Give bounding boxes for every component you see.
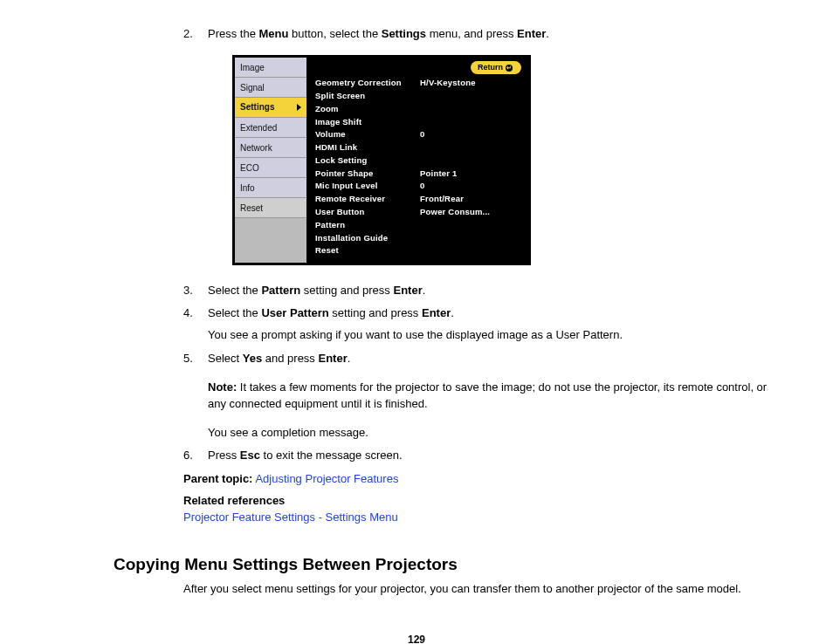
step-sub: You see a completion message.	[208, 425, 781, 442]
step-num: 4.	[183, 305, 193, 322]
doc-body: 2. Press the Menu button, select the Set…	[183, 26, 781, 526]
osd-return-badge: Return↵	[471, 61, 521, 74]
section-heading: Copying Menu Settings Between Projectors	[114, 552, 798, 577]
osd-row: Split Screen	[315, 90, 521, 103]
step-sub: You see a prompt asking if you want to u…	[208, 327, 781, 344]
step-6: 6. Press Esc to exit the message screen.	[183, 448, 781, 464]
osd-row: Pointer ShapePointer 1	[315, 167, 521, 180]
step-num: 6.	[183, 448, 193, 464]
note-block: Note: It takes a few moments for the pro…	[208, 380, 781, 413]
return-icon: ↵	[506, 65, 513, 72]
step-text: Press Esc to exit the message screen.	[208, 449, 403, 462]
osd-row: Mic Input Level0	[315, 180, 521, 193]
osd-tab-settings: Settings	[235, 98, 306, 118]
step-text: Select Yes and press Enter.	[208, 352, 350, 365]
related-refs-link[interactable]: Projector Feature Settings - Settings Me…	[183, 510, 398, 524]
parent-topic-label: Parent topic:	[183, 472, 252, 485]
osd-tab-image: Image	[235, 58, 306, 78]
step-num: 2.	[183, 26, 193, 43]
osd-tab-signal: Signal	[235, 78, 306, 98]
osd-row: Zoom	[315, 102, 521, 115]
step-num: 5.	[183, 351, 193, 367]
osd-tab-info: Info	[235, 178, 306, 198]
step-num: 3.	[183, 283, 193, 299]
step-text: Select the Pattern setting and press Ent…	[208, 284, 425, 297]
osd-row: Pattern	[315, 218, 521, 231]
osd-tab-network: Network	[235, 138, 306, 158]
note-text: It takes a few moments for the projector…	[208, 380, 767, 410]
parent-topic-link[interactable]: Adjusting Projector Features	[255, 472, 398, 485]
step-4: 4. Select the User Pattern setting and p…	[183, 305, 781, 344]
page-number: 129	[35, 633, 798, 644]
note-label: Note:	[208, 380, 237, 394]
osd-tab-extended: Extended	[235, 118, 306, 138]
step-list: 2. Press the Menu button, select the Set…	[183, 26, 781, 464]
osd-row: Volume0	[315, 128, 521, 141]
osd-row: Lock Setting	[315, 154, 521, 167]
step-5: 5. Select Yes and press Enter. Note: It …	[183, 351, 781, 441]
section-body: After you select menu settings for your …	[183, 581, 781, 598]
osd-tab-eco: ECO	[235, 158, 306, 178]
osd-row: Image Shift	[315, 115, 521, 128]
related-refs: Projector Feature Settings - Settings Me…	[183, 510, 781, 526]
step-3: 3. Select the Pattern setting and press …	[183, 283, 781, 299]
osd-row: Reset	[315, 244, 521, 257]
step-text: Press the Menu button, select the Settin…	[208, 27, 549, 40]
osd-container: Image Signal Settings Extended Network E…	[232, 55, 531, 265]
step-2: 2. Press the Menu button, select the Set…	[183, 26, 781, 265]
osd-row: Geometry CorrectionH/V-Keystone	[315, 77, 521, 90]
osd-screenshot: Image Signal Settings Extended Network E…	[232, 55, 781, 265]
osd-tab-list: Image Signal Settings Extended Network E…	[235, 58, 306, 263]
osd-panel: Return↵ Geometry CorrectionH/V-Keystone …	[306, 58, 528, 263]
parent-topic: Parent topic: Adjusting Projector Featur…	[183, 471, 781, 488]
osd-row: Remote ReceiverFront/Rear	[315, 193, 521, 206]
osd-row: HDMI Link	[315, 141, 521, 154]
step-text: Select the User Pattern setting and pres…	[208, 306, 454, 319]
osd-tab-reset: Reset	[235, 198, 306, 218]
osd-row: Installation Guide	[315, 231, 521, 244]
related-refs-label: Related references	[183, 493, 781, 510]
chevron-right-icon	[297, 104, 301, 111]
osd-row: User ButtonPower Consum...	[315, 206, 521, 219]
osd-settings-list: Geometry CorrectionH/V-Keystone Split Sc…	[315, 77, 521, 257]
